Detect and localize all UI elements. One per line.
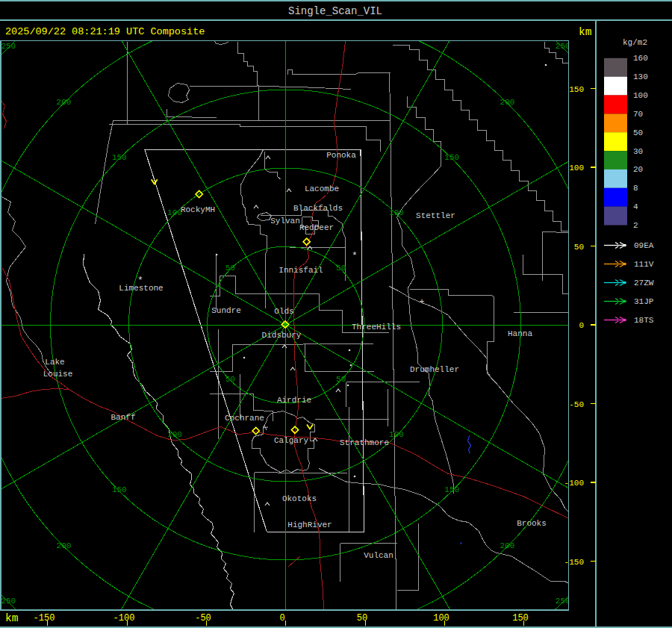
- svg-text:ThreeHills: ThreeHills: [352, 323, 401, 332]
- svg-text:Ponoka: Ponoka: [326, 151, 356, 160]
- svg-text:Cochrane: Cochrane: [225, 414, 264, 423]
- svg-text:70: 70: [633, 110, 643, 119]
- svg-text:150: 150: [512, 613, 529, 624]
- svg-text:Sundre: Sundre: [211, 306, 241, 315]
- svg-text:Blackfalds: Blackfalds: [293, 204, 343, 213]
- svg-text:Olds: Olds: [274, 307, 293, 316]
- svg-text:HighRiver: HighRiver: [287, 520, 332, 529]
- svg-text:Innisfail: Innisfail: [279, 266, 323, 275]
- svg-text:160: 160: [633, 54, 648, 63]
- svg-text:18TS: 18TS: [634, 316, 654, 325]
- svg-text:-100: -100: [113, 613, 135, 624]
- svg-text:Louise: Louise: [43, 370, 73, 379]
- svg-text:200: 200: [500, 98, 515, 107]
- svg-text:50: 50: [336, 264, 346, 273]
- svg-text:Brooks: Brooks: [517, 519, 547, 528]
- svg-text:100: 100: [389, 208, 404, 217]
- svg-text:09EA: 09EA: [634, 241, 654, 250]
- svg-text:200: 200: [57, 541, 72, 550]
- svg-text:150: 150: [569, 85, 584, 94]
- svg-text:*: *: [352, 250, 358, 261]
- svg-text:50: 50: [225, 264, 235, 273]
- svg-text:250: 250: [1, 597, 16, 606]
- svg-text:8: 8: [633, 184, 638, 193]
- svg-text:2025/09/22 08:21:19 UTC Compos: 2025/09/22 08:21:19 UTC Composite: [5, 26, 205, 37]
- svg-text:Strathmore: Strathmore: [340, 438, 389, 447]
- svg-text:2: 2: [633, 221, 638, 230]
- svg-text:-150: -150: [34, 613, 55, 624]
- svg-text:Airdrie: Airdrie: [277, 396, 311, 405]
- svg-text:Drumheller: Drumheller: [410, 365, 459, 374]
- svg-text:Vulcan: Vulcan: [364, 551, 393, 560]
- svg-text:150: 150: [444, 153, 459, 162]
- svg-text:100: 100: [433, 613, 449, 624]
- svg-text:Okotoks: Okotoks: [282, 494, 317, 503]
- svg-text:20: 20: [633, 165, 643, 174]
- svg-text:250: 250: [1, 42, 16, 51]
- svg-text:31JP: 31JP: [634, 297, 654, 306]
- svg-text:-50: -50: [195, 613, 211, 624]
- svg-text:50: 50: [574, 243, 584, 252]
- svg-text:111V: 111V: [634, 260, 654, 269]
- svg-text:*: *: [137, 275, 143, 286]
- svg-text:+: +: [420, 297, 425, 306]
- svg-text:250: 250: [556, 42, 570, 51]
- svg-text:Calgary: Calgary: [274, 436, 309, 445]
- svg-text:50: 50: [633, 128, 643, 137]
- svg-text:0: 0: [579, 321, 584, 330]
- svg-text:Hanna: Hanna: [508, 329, 532, 338]
- svg-text:150: 150: [112, 485, 127, 494]
- svg-text:100: 100: [167, 430, 182, 439]
- svg-text:0: 0: [279, 613, 284, 624]
- svg-text:27ZW: 27ZW: [634, 279, 654, 287]
- svg-text:250: 250: [556, 597, 570, 606]
- svg-text:-100: -100: [564, 479, 584, 488]
- svg-text:200: 200: [500, 541, 515, 550]
- svg-text:km: km: [579, 26, 591, 38]
- svg-text:50: 50: [225, 375, 235, 384]
- svg-text:30: 30: [633, 147, 643, 156]
- svg-text:200: 200: [57, 98, 72, 107]
- svg-text:-50: -50: [569, 400, 584, 409]
- svg-text:100: 100: [633, 91, 648, 100]
- svg-text:-150: -150: [564, 558, 584, 567]
- svg-text:150: 150: [112, 153, 127, 162]
- svg-text:100: 100: [389, 430, 404, 439]
- svg-text:RedDeer: RedDeer: [299, 223, 334, 232]
- svg-text:Sylvan: Sylvan: [270, 217, 300, 226]
- svg-text:Single_Scan_VIL: Single_Scan_VIL: [288, 5, 382, 17]
- svg-text:4: 4: [633, 202, 638, 211]
- svg-text:Banff: Banff: [111, 413, 135, 422]
- svg-text:RockyMH: RockyMH: [181, 205, 215, 214]
- svg-text:kg/m2: kg/m2: [623, 38, 647, 47]
- svg-text:50: 50: [336, 375, 346, 384]
- svg-text:100: 100: [569, 164, 584, 172]
- svg-text:Didsbury: Didsbury: [262, 331, 302, 340]
- svg-text:Lacombe: Lacombe: [305, 184, 339, 193]
- svg-text:Stettler: Stettler: [416, 211, 455, 220]
- svg-text:km: km: [5, 612, 18, 624]
- svg-text:Lake: Lake: [45, 358, 64, 367]
- svg-text:130: 130: [633, 72, 648, 81]
- svg-text:150: 150: [444, 485, 459, 494]
